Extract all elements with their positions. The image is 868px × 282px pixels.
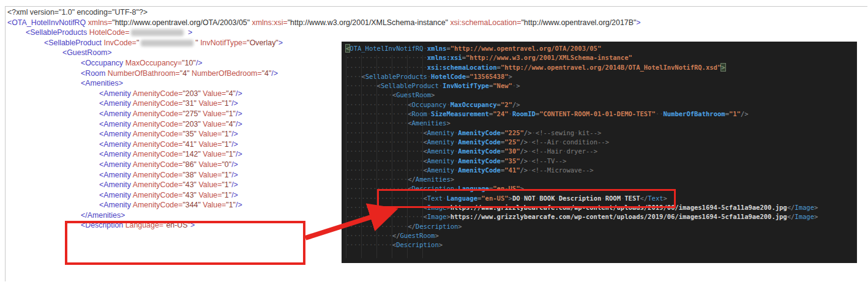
code-line: <Amenity AmenityCode="43" Value="1"/> bbox=[7, 190, 338, 201]
code-line: ············</GuestRoom> bbox=[346, 231, 857, 240]
left-xml-panel: <?xml version="1.0" encoding="UTF-8"?><O… bbox=[7, 7, 338, 231]
code-line: ········<SellableProduct·InvNotifType="N… bbox=[346, 81, 857, 91]
code-line: ····················<Amenity·AmenityCode… bbox=[346, 166, 857, 175]
code-line: <Amenity AmenityCode="275" Value="1"/> bbox=[7, 109, 338, 119]
code-line: ····················<Amenity·AmenityCode… bbox=[346, 157, 857, 166]
code-line: ················<Room·SizeMeasurement="2… bbox=[346, 109, 857, 119]
code-line: ················</Amenities> bbox=[346, 175, 857, 184]
code-line: <Amenity AmenityCode="203" Value="4"/> bbox=[7, 119, 338, 130]
code-line: <Amenities> bbox=[7, 78, 338, 89]
code-line: ············<GuestRoom> bbox=[346, 91, 857, 100]
code-line: <OTA_HotelInvNotifRQ·xmlns="http://www.o… bbox=[346, 44, 857, 53]
code-line: ····················<Amenity·AmenityCode… bbox=[346, 147, 857, 156]
code-line: <Amenity AmenityCode="344" Value="1"/> bbox=[7, 200, 338, 210]
code-line: </Amenities> bbox=[7, 210, 338, 221]
code-line: <GuestRoom> bbox=[7, 48, 338, 58]
code-line: ················<Occupancy·MaxOccupancy=… bbox=[346, 100, 857, 109]
code-line: <Amenity AmenityCode="38" Value="1"/> bbox=[7, 170, 338, 180]
redacted-value bbox=[131, 29, 184, 36]
code-line: <SellableProduct InvCode="" InvNotifType… bbox=[7, 38, 338, 48]
code-line: ················</Description> bbox=[346, 222, 857, 231]
code-line: <SellableProducts HotelCode= > bbox=[7, 28, 338, 38]
code-line: <Amenity AmenityCode="203" Value="4"/> bbox=[7, 89, 338, 99]
code-line: <Occupancy MaxOccupancy="10"/> bbox=[7, 58, 338, 69]
code-line: <?xml version="1.0" encoding="UTF-8"?> bbox=[7, 7, 338, 18]
code-line: ················<Description·Language="e… bbox=[346, 184, 857, 193]
redacted-value bbox=[141, 40, 193, 46]
code-line: ····················<Amenity·AmenityCode… bbox=[346, 128, 857, 138]
code-line: ············<Description> bbox=[346, 240, 857, 250]
code-line: <Description Language="en-US"> bbox=[7, 220, 338, 231]
code-line: <Room NumberOfBathroom="4" NumberOfBedro… bbox=[7, 69, 338, 79]
code-line: ················<Amenities> bbox=[346, 119, 857, 128]
right-code-editor: <OTA_HotelInvNotifRQ·xmlns="http://www.o… bbox=[342, 42, 857, 263]
code-line: <Amenity AmenityCode="142" Value="1"/> bbox=[7, 149, 338, 160]
code-line: <OTA_HotelInvNotifRQ xmlns="http://www.o… bbox=[7, 18, 338, 28]
code-line: <Amenity AmenityCode="31" Value="1"/> bbox=[7, 98, 338, 109]
code-line: ·····················xsi:schemaLocation=… bbox=[346, 63, 857, 72]
code-line: <Amenity AmenityCode="41" Value="1"/> bbox=[7, 139, 338, 150]
code-line: ·····················xmlns:xsi="http://w… bbox=[346, 53, 857, 62]
code-line: ····················<Amenity·AmenityCode… bbox=[346, 138, 857, 147]
code-line: <Amenity AmenityCode="43" Value="1"/> bbox=[7, 180, 338, 190]
code-line: ····················<Text·Language="en-U… bbox=[346, 194, 857, 203]
code-line: <Amenity AmenityCode="35" Value="1"/> bbox=[7, 129, 338, 139]
code-line: ····················<Image>https://www.g… bbox=[346, 203, 857, 212]
code-line: <Amenity AmenityCode="86" Value="0"/> bbox=[7, 160, 338, 170]
code-line: ····<SellableProducts·HotelCode="1356543… bbox=[346, 72, 857, 81]
code-line: ····················<Image>https://www.g… bbox=[346, 212, 857, 221]
